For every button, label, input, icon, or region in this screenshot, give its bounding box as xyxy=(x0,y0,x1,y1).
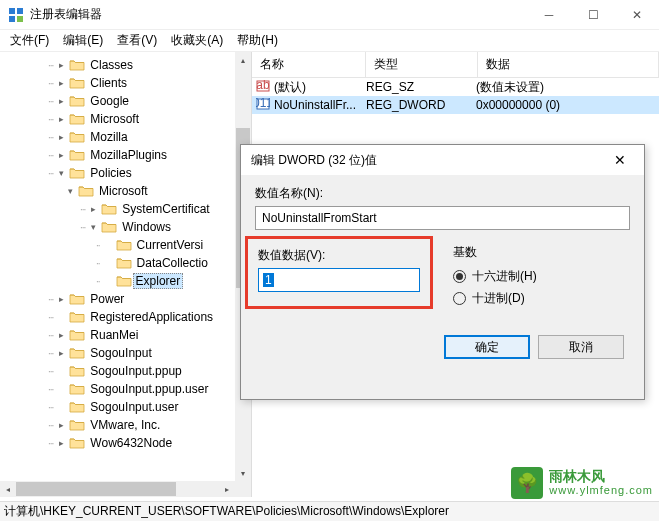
expander-icon[interactable]: ▸ xyxy=(55,437,67,449)
menu-edit[interactable]: 编辑(E) xyxy=(57,30,109,51)
window-title: 注册表编辑器 xyxy=(30,6,102,23)
menu-view[interactable]: 查看(V) xyxy=(111,30,163,51)
expander-icon[interactable]: ▸ xyxy=(55,59,67,71)
name-label: 数值名称(N): xyxy=(255,185,630,202)
tree-item[interactable]: ···SogouInput.ppup.user xyxy=(0,380,251,398)
tree-item[interactable]: ··DataCollectio xyxy=(0,254,251,272)
value-icon: 011 xyxy=(256,97,270,114)
expander-icon[interactable]: ▾ xyxy=(55,167,67,179)
name-field: NoUninstallFromStart xyxy=(255,206,630,230)
tree-item[interactable]: ···▸SystemCertificat xyxy=(0,200,251,218)
expander-icon[interactable]: ▸ xyxy=(55,149,67,161)
radix-dec-radio[interactable]: 十进制(D) xyxy=(453,287,630,309)
tree-hscroll[interactable]: ◂ ▸ xyxy=(0,481,235,497)
expander-icon[interactable]: ▾ xyxy=(64,185,76,197)
tree-item[interactable]: ···SogouInput.ppup xyxy=(0,362,251,380)
expander-icon[interactable]: ▸ xyxy=(55,329,67,341)
dialog-close-button[interactable]: ✕ xyxy=(600,146,640,174)
svg-text:ab: ab xyxy=(256,79,270,92)
expander-icon[interactable]: ▸ xyxy=(55,347,67,359)
tree-item[interactable]: ··Explorer xyxy=(0,272,251,290)
list-header: 名称 类型 数据 xyxy=(252,52,659,78)
expander-icon[interactable] xyxy=(55,365,67,377)
tree-item[interactable]: ···▸RuanMei xyxy=(0,326,251,344)
radio-icon xyxy=(453,292,466,305)
tree-item[interactable]: ···RegisteredApplications xyxy=(0,308,251,326)
expander-icon[interactable] xyxy=(102,275,114,287)
tree-item[interactable]: ···▸Wow6432Node xyxy=(0,434,251,452)
svg-rect-2 xyxy=(9,16,15,22)
expander-icon[interactable]: ▸ xyxy=(55,419,67,431)
svg-rect-3 xyxy=(17,16,23,22)
tree-pane: ···▸Classes···▸Clients···▸Google···▸Micr… xyxy=(0,52,252,497)
tree-item[interactable]: ···▸Microsoft xyxy=(0,110,251,128)
minimize-button[interactable]: ─ xyxy=(527,0,571,30)
tree-item[interactable]: ···▾Policies xyxy=(0,164,251,182)
expander-icon[interactable]: ▸ xyxy=(55,113,67,125)
tree-item[interactable]: ···SogouInput.user xyxy=(0,398,251,416)
watermark: 🌳 雨林木风 www.ylmfeng.com xyxy=(511,467,653,499)
value-icon: ab xyxy=(256,79,270,96)
col-header-data[interactable]: 数据 xyxy=(478,52,659,77)
watermark-icon: 🌳 xyxy=(511,467,543,499)
expander-icon[interactable]: ▾ xyxy=(87,221,99,233)
tree-item[interactable]: ···▸Clients xyxy=(0,74,251,92)
radix-label: 基数 xyxy=(453,244,630,261)
menu-file[interactable]: 文件(F) xyxy=(4,30,55,51)
edit-dword-dialog: 编辑 DWORD (32 位)值 ✕ 数值名称(N): NoUninstallF… xyxy=(240,144,645,400)
tree-item[interactable]: ···▸Classes xyxy=(0,56,251,74)
expander-icon[interactable]: ▸ xyxy=(55,293,67,305)
tree-item[interactable]: ···▸Power xyxy=(0,290,251,308)
status-bar: 计算机\HKEY_CURRENT_USER\SOFTWARE\Policies\… xyxy=(0,501,659,521)
data-highlight-box: 数值数据(V): 1 xyxy=(245,236,433,309)
tree-item[interactable]: ··CurrentVersi xyxy=(0,236,251,254)
expander-icon[interactable]: ▸ xyxy=(55,131,67,143)
title-bar: 注册表编辑器 ─ ☐ ✕ xyxy=(0,0,659,30)
col-header-type[interactable]: 类型 xyxy=(366,52,478,77)
expander-icon[interactable]: ▸ xyxy=(55,95,67,107)
expander-icon[interactable] xyxy=(55,383,67,395)
menu-bar: 文件(F) 编辑(E) 查看(V) 收藏夹(A) 帮助(H) xyxy=(0,30,659,52)
data-label: 数值数据(V): xyxy=(258,247,420,264)
radio-icon xyxy=(453,270,466,283)
tree-item[interactable]: ▾Microsoft xyxy=(0,182,251,200)
expander-icon[interactable] xyxy=(55,401,67,413)
tree-item[interactable]: ···▸SogouInput xyxy=(0,344,251,362)
tree-item[interactable]: ···▸MozillaPlugins xyxy=(0,146,251,164)
expander-icon[interactable] xyxy=(55,311,67,323)
expander-icon[interactable]: ▸ xyxy=(87,203,99,215)
expander-icon[interactable]: ▸ xyxy=(55,77,67,89)
tree-item[interactable]: ···▸VMware, Inc. xyxy=(0,416,251,434)
cancel-button[interactable]: 取消 xyxy=(538,335,624,359)
svg-rect-1 xyxy=(17,8,23,14)
status-path: 计算机\HKEY_CURRENT_USER\SOFTWARE\Policies\… xyxy=(4,503,449,520)
col-header-name[interactable]: 名称 xyxy=(252,52,366,77)
tree-item[interactable]: ···▸Google xyxy=(0,92,251,110)
svg-text:011: 011 xyxy=(256,97,270,110)
dialog-title: 编辑 DWORD (32 位)值 xyxy=(251,152,377,169)
tree-item[interactable]: ···▾Windows xyxy=(0,218,251,236)
data-field[interactable]: 1 xyxy=(258,268,420,292)
app-icon xyxy=(8,7,24,23)
expander-icon[interactable] xyxy=(102,257,114,269)
maximize-button[interactable]: ☐ xyxy=(571,0,615,30)
expander-icon[interactable] xyxy=(102,239,114,251)
menu-favorites[interactable]: 收藏夹(A) xyxy=(165,30,229,51)
ok-button[interactable]: 确定 xyxy=(444,335,530,359)
radix-hex-radio[interactable]: 十六进制(H) xyxy=(453,265,630,287)
close-button[interactable]: ✕ xyxy=(615,0,659,30)
menu-help[interactable]: 帮助(H) xyxy=(231,30,284,51)
list-row[interactable]: ab(默认)REG_SZ(数值未设置) xyxy=(252,78,659,96)
list-row[interactable]: 011NoUninstallFr...REG_DWORD0x00000000 (… xyxy=(252,96,659,114)
tree-item[interactable]: ···▸Mozilla xyxy=(0,128,251,146)
svg-rect-0 xyxy=(9,8,15,14)
